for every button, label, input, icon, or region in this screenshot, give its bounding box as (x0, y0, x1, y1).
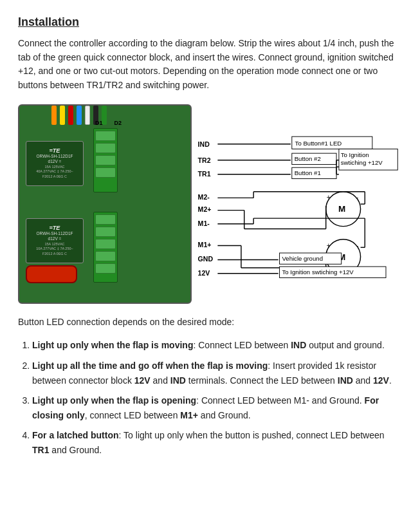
svg-text:Button #1: Button #1 (295, 169, 321, 176)
instructions-list: Light up only when the flap is moving: C… (18, 338, 402, 458)
pin-1 (95, 131, 116, 141)
svg-text:M2-: M2- (198, 193, 210, 201)
relay2-logo: =TE (50, 225, 60, 231)
diagram-section: D1 D2 =TE ORWH-SH-112D1Fd12V = 15A 125VA… (18, 104, 402, 304)
list-item-2-bold: Light up all the time and go off when th… (32, 360, 268, 371)
wire-red (68, 106, 73, 125)
list-item-2-12v2: 12V (373, 375, 389, 386)
list-item-3-bold: Light up only when the flap is opening (32, 395, 196, 406)
relay2-label: ORWH-SH-112D1Fd12V = (37, 231, 73, 242)
svg-text:To Ignition swtiching +12V: To Ignition swtiching +12V (282, 268, 354, 275)
relay1-logo: =TE (50, 147, 60, 154)
svg-text:TR2: TR2 (198, 156, 211, 164)
svg-text:+: + (327, 193, 331, 201)
pin-7 (95, 239, 116, 249)
list-item-4-tr1: TR1 (32, 445, 49, 455)
svg-text:-: - (356, 241, 359, 249)
svg-text:M: M (338, 204, 345, 214)
svg-text:To Button#1 LED: To Button#1 LED (295, 139, 342, 146)
list-item-4-bold: For a latched button (32, 430, 119, 440)
intro-paragraph: Connect the controller according to the … (18, 37, 402, 93)
d-labels: D1 D2 (95, 120, 122, 126)
relay2: =TE ORWH-SH-112D1Fd12V = 15A 125VAC10A 2… (26, 218, 84, 263)
pin-3 (95, 155, 116, 165)
connector-block-top (93, 128, 118, 192)
wire-white (85, 106, 90, 125)
svg-text:M2+: M2+ (198, 205, 212, 213)
list-item-2-12v: 12V (134, 375, 151, 386)
svg-text:Button #2: Button #2 (295, 154, 321, 162)
svg-text:M1+: M1+ (198, 241, 212, 248)
svg-text:M1-: M1- (198, 219, 210, 227)
wire-yellow (60, 106, 65, 125)
relay1-label: ORWH-SH-112D1Fd12V = (37, 154, 73, 165)
list-item-1: Light up only when the flap is moving: C… (32, 338, 402, 353)
svg-text:To Ignition: To Ignition (341, 151, 369, 158)
svg-text:GND: GND (198, 255, 214, 263)
wire-blue (77, 106, 82, 125)
schematic-diagram: IND TR2 TR1 M2- M2+ M1- M1+ GND 12V To B… (192, 104, 402, 304)
svg-text:Vehicle ground: Vehicle ground (282, 254, 323, 261)
relay1: =TE ORWH-SH-112D1Fd12V = 15A 125VAC40A 2… (26, 141, 84, 186)
led-fuse (26, 265, 77, 283)
page-title: Installation (18, 15, 402, 29)
body-text: Button LED connection depends on the des… (18, 315, 402, 330)
pin-6 (95, 227, 116, 237)
relay2-specs: 15A 125VAC10A 277VAC ‡ 7A 250~F2012 A 0E… (36, 242, 73, 257)
list-item-1-bold: Light up only when the flap is moving (32, 340, 193, 350)
pcb-image: D1 D2 =TE ORWH-SH-112D1Fd12V = 15A 125VA… (18, 104, 192, 304)
pin-9 (95, 263, 116, 274)
svg-text:IND: IND (198, 140, 210, 147)
schematic-svg: IND TR2 TR1 M2- M2+ M1- M1+ GND 12V To B… (192, 104, 402, 304)
pin-4 (95, 167, 116, 178)
list-item-3-m1plus: M1+ (180, 410, 198, 420)
d2-label: D2 (114, 120, 122, 126)
list-item-2: Light up all the time and go off when th… (32, 359, 402, 388)
svg-text:TR1: TR1 (198, 169, 211, 177)
pin-5 (95, 214, 116, 225)
list-item-3: Light up only when the flap is opening: … (32, 393, 402, 423)
connector-block-mid (93, 212, 118, 283)
svg-text:+: + (327, 241, 331, 249)
list-item-2-ind2: IND (338, 375, 353, 386)
relay1-specs: 15A 125VAC40A 277VAC ‡ 7A 250~F2012 A 0E… (36, 165, 73, 180)
list-item-1-ind: IND (291, 340, 306, 350)
list-item-4: For a latched button: To light up only w… (32, 428, 402, 458)
wire-orange (51, 106, 57, 125)
d1-label: D1 (95, 120, 103, 126)
pin-8 (95, 251, 116, 261)
svg-text:-: - (356, 193, 359, 201)
svg-text:swtiching +12V: swtiching +12V (341, 159, 383, 166)
list-item-2-ind: IND (170, 375, 186, 386)
svg-text:12V: 12V (198, 268, 210, 276)
pin-2 (95, 143, 116, 153)
